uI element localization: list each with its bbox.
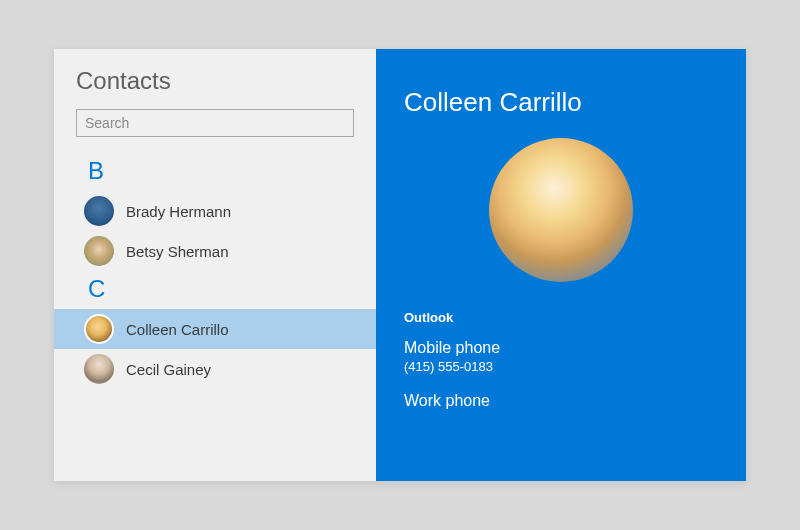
detail-avatar-wrap: [404, 138, 718, 282]
contact-item-colleen-carrillo[interactable]: Colleen Carrillo: [54, 309, 376, 349]
field-label-mobile: Mobile phone: [404, 339, 718, 357]
detail-source-label: Outlook: [404, 310, 718, 325]
avatar-icon: [84, 236, 114, 266]
search-input[interactable]: [76, 109, 354, 137]
avatar-icon: [84, 354, 114, 384]
sidebar-title: Contacts: [54, 67, 376, 109]
contact-item-cecil-gainey[interactable]: Cecil Gainey: [54, 349, 376, 389]
detail-avatar: [489, 138, 633, 282]
contact-name: Colleen Carrillo: [126, 321, 229, 338]
contact-name: Betsy Sherman: [126, 243, 229, 260]
contact-list: B Brady Hermann Betsy Sherman C Colleen …: [54, 153, 376, 481]
group-header-b[interactable]: B: [54, 153, 376, 191]
contact-detail-panel: Colleen Carrillo Outlook Mobile phone (4…: [376, 49, 746, 481]
contacts-sidebar: Contacts B Brady Hermann Betsy Sherman C…: [54, 49, 376, 481]
contact-item-brady-hermann[interactable]: Brady Hermann: [54, 191, 376, 231]
field-value-mobile[interactable]: (415) 555-0183: [404, 359, 718, 374]
avatar-icon: [84, 196, 114, 226]
group-header-c[interactable]: C: [54, 271, 376, 309]
contact-item-betsy-sherman[interactable]: Betsy Sherman: [54, 231, 376, 271]
contact-name: Cecil Gainey: [126, 361, 211, 378]
contact-name: Brady Hermann: [126, 203, 231, 220]
search-box: [76, 109, 354, 137]
field-label-work: Work phone: [404, 392, 718, 410]
detail-contact-name: Colleen Carrillo: [404, 87, 718, 118]
contacts-app-window: Contacts B Brady Hermann Betsy Sherman C…: [54, 49, 746, 481]
avatar-icon: [84, 314, 114, 344]
